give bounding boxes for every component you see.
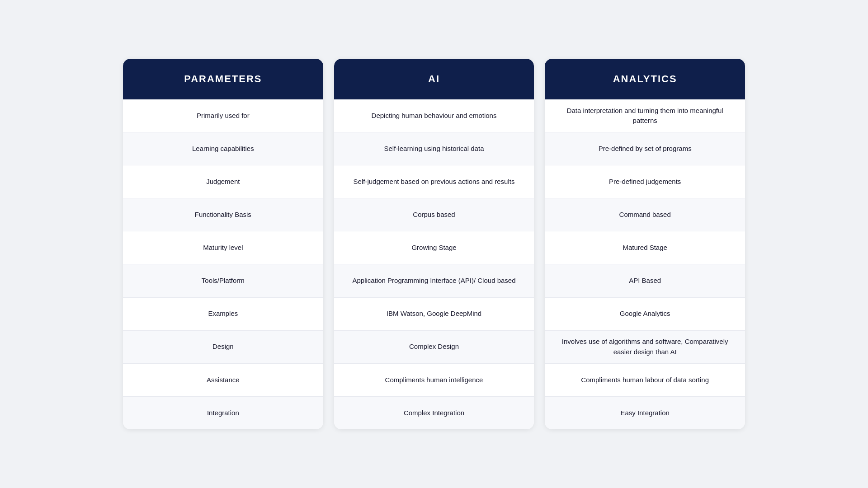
- ai-row-4: Growing Stage: [334, 231, 534, 264]
- analytics-row-9: Easy Integration: [545, 397, 745, 429]
- parameters-row-2: Judgement: [123, 165, 323, 198]
- ai-row-6: IBM Watson, Google DeepMind: [334, 298, 534, 331]
- ai-row-5: Application Programming Interface (API)/…: [334, 264, 534, 297]
- parameters-row-3: Functionality Basis: [123, 198, 323, 231]
- analytics-row-6: Google Analytics: [545, 298, 745, 331]
- parameters-row-8: Assistance: [123, 364, 323, 397]
- analytics-row-1: Pre-defined by set of programs: [545, 132, 745, 165]
- ai-row-0: Depicting human behaviour and emotions: [334, 99, 534, 132]
- parameters-row-4: Maturity level: [123, 231, 323, 264]
- comparison-table: PARAMETERSPrimarily used forLearning cap…: [118, 59, 750, 429]
- analytics-row-7: Involves use of algorithms and software,…: [545, 331, 745, 364]
- ai-row-3: Corpus based: [334, 198, 534, 231]
- ai-row-1: Self-learning using historical data: [334, 132, 534, 165]
- ai-row-8: Compliments human intelligence: [334, 364, 534, 397]
- ai-header: AI: [334, 59, 534, 99]
- ai-row-2: Self-judgement based on previous actions…: [334, 165, 534, 198]
- analytics-row-5: API Based: [545, 264, 745, 297]
- analytics-row-8: Compliments human labour of data sorting: [545, 364, 745, 397]
- parameters-row-5: Tools/Platform: [123, 264, 323, 297]
- ai-row-7: Complex Design: [334, 331, 534, 364]
- parameters-rows: Primarily used forLearning capabilitiesJ…: [123, 99, 323, 429]
- column-analytics: ANALYTICSData interpretation and turning…: [545, 59, 745, 429]
- ai-row-9: Complex Integration: [334, 397, 534, 429]
- parameters-row-7: Design: [123, 331, 323, 364]
- analytics-row-2: Pre-defined judgements: [545, 165, 745, 198]
- analytics-row-3: Command based: [545, 198, 745, 231]
- column-parameters: PARAMETERSPrimarily used forLearning cap…: [123, 59, 323, 429]
- parameters-row-9: Integration: [123, 397, 323, 429]
- analytics-rows: Data interpretation and turning them int…: [545, 99, 745, 429]
- column-ai: AIDepicting human behaviour and emotions…: [334, 59, 534, 429]
- ai-rows: Depicting human behaviour and emotionsSe…: [334, 99, 534, 429]
- parameters-row-6: Examples: [123, 298, 323, 331]
- analytics-header: ANALYTICS: [545, 59, 745, 99]
- parameters-row-0: Primarily used for: [123, 99, 323, 132]
- analytics-row-4: Matured Stage: [545, 231, 745, 264]
- parameters-row-1: Learning capabilities: [123, 132, 323, 165]
- parameters-header: PARAMETERS: [123, 59, 323, 99]
- analytics-row-0: Data interpretation and turning them int…: [545, 99, 745, 132]
